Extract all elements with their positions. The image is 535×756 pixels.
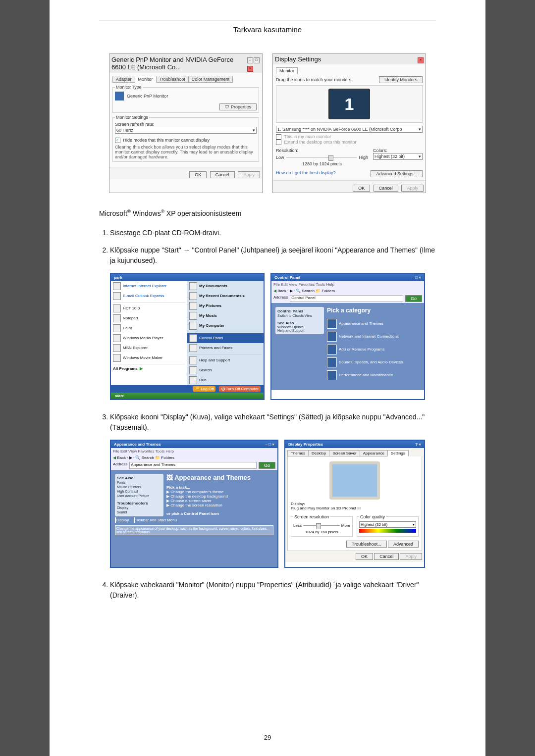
cat-add-remove[interactable]: Add or Remove Programs — [327, 345, 420, 354]
refresh-rate-select[interactable]: 60 Hertz▾ — [115, 127, 257, 134]
cat-perf[interactable]: Performance and Maintenance — [327, 370, 420, 380]
run-icon — [189, 376, 197, 384]
folder-icon — [189, 292, 197, 300]
start-button[interactable]: start — [111, 393, 264, 399]
start-item-wmp[interactable]: Windows Media Player — [111, 333, 187, 343]
ok-button[interactable]: OK — [353, 185, 370, 192]
start-item-paint[interactable]: Paint — [111, 323, 187, 333]
colors-label: Colors: — [373, 148, 423, 153]
cat-sounds[interactable]: Sounds, Speech, and Audio Devices — [327, 357, 420, 367]
page-header: Tarkvara kasutamine — [99, 25, 436, 34]
start-all-programs[interactable]: All Programs ▶ — [111, 365, 187, 372]
folder-icon — [189, 312, 197, 320]
tab-monitor[interactable]: Monitor — [135, 76, 157, 83]
ie-icon — [113, 282, 121, 290]
taskbar-cpl-icon[interactable]: Taskbar and Start Menu — [134, 518, 177, 522]
tab-troubleshoot[interactable]: Troubleshoot — [156, 76, 189, 83]
turn-off-button[interactable]: ⏻ Turn Off Computer — [219, 386, 261, 392]
display-label: Display: — [291, 502, 305, 506]
colors-select[interactable]: Highest (32 bit)▾ — [373, 153, 423, 160]
properties-button[interactable]: 🛡 Properties — [219, 103, 257, 110]
color-bar — [359, 529, 416, 533]
my-computer[interactable]: My Computer — [187, 321, 264, 331]
log-off-button[interactable]: 🔑 Log Off — [193, 386, 215, 392]
start-item-notepad[interactable]: Notepad — [111, 313, 187, 323]
tab-themes[interactable]: Themes — [287, 450, 309, 456]
start-item-hct[interactable]: HCT 10.0 — [111, 303, 187, 313]
hide-modes-desc: Clearing this check box allows you to se… — [115, 145, 257, 159]
start-item-email[interactable]: E-mail Outlook Express — [111, 291, 187, 301]
appearance-icon — [327, 319, 337, 329]
tooltip: Change the appearance of your desktop, s… — [115, 525, 273, 535]
search-item[interactable]: Search — [187, 365, 264, 375]
apply-button[interactable]: Apply — [238, 171, 260, 178]
my-music[interactable]: My Music — [187, 311, 264, 321]
screenshot-display-settings: Display Settings × Monitor Drag the icon… — [272, 53, 426, 193]
cat-appearance-themes[interactable]: Appearance and Themes — [327, 319, 420, 329]
search-icon — [189, 366, 197, 374]
resolution-value: 1280 by 1024 pixels — [276, 161, 368, 166]
color-quality-select[interactable]: Highest (32 bit)▾ — [359, 521, 416, 528]
resolution-slider[interactable] — [286, 157, 357, 157]
advanced-settings-button[interactable]: Advanced Settings... — [371, 170, 423, 177]
advanced-button[interactable]: Advanced — [388, 541, 419, 548]
page-number: 29 — [50, 734, 485, 741]
cancel-button[interactable]: Cancel — [374, 553, 399, 560]
troubleshoot-button[interactable]: Troubleshoot... — [346, 541, 387, 548]
run-item[interactable]: Run... — [187, 375, 264, 385]
hide-modes-label: Hide modes that this monitor cannot disp… — [123, 138, 210, 143]
tab-monitor[interactable]: Monitor — [276, 67, 298, 74]
steps-list: Sisestage CD-plaat CD-ROM-draivi. Klõpsa… — [99, 228, 436, 266]
address-bar[interactable]: Control Panel — [290, 295, 403, 302]
window-title: Appearance and Themes — [114, 442, 161, 447]
apply-button[interactable]: Apply — [400, 553, 422, 560]
screenshot-control-panel: Control Panel– □ × File Edit View Favori… — [270, 273, 425, 400]
back-icon[interactable]: ◀ — [273, 289, 276, 293]
device-select[interactable]: 1. Samsung **** on NVIDIA GeForce 6600 L… — [276, 126, 423, 133]
close-icon[interactable]: × — [418, 57, 424, 63]
hide-modes-checkbox[interactable]: ✓ — [115, 138, 120, 143]
my-pictures[interactable]: My Pictures — [187, 301, 264, 311]
window-title: Control Panel — [274, 275, 300, 280]
main-monitor-label: This is my main monitor — [284, 134, 331, 139]
folder-icon — [189, 282, 197, 290]
ok-button[interactable]: OK — [189, 171, 207, 178]
close-icon[interactable]: × — [247, 66, 253, 72]
identify-monitors-button[interactable]: Identify Monitors — [379, 76, 423, 83]
screenshot-monitor-properties: Generic PnP Monitor and NVIDIA GeForce 6… — [109, 53, 263, 193]
my-recent-documents[interactable]: My Recent Documents ▸ — [187, 291, 264, 301]
apply-button[interactable]: Apply — [401, 185, 424, 192]
tab-desktop[interactable]: Desktop — [308, 450, 329, 456]
tab-screensaver[interactable]: Screen Saver — [329, 450, 360, 456]
start-item-internet[interactable]: Internet Internet Explorer — [111, 281, 187, 291]
tab-adapter[interactable]: Adapter — [112, 76, 135, 83]
group-monitor-settings: Monitor Settings — [115, 115, 149, 120]
best-display-link[interactable]: How do I get the best display? — [276, 170, 336, 177]
start-item-msn[interactable]: MSN Explorer — [111, 343, 187, 353]
display-cpl-icon[interactable]: Display — [115, 518, 129, 522]
group-monitor-type: Monitor Type — [115, 85, 143, 90]
start-item-moviemaker[interactable]: Windows Movie Maker — [111, 353, 187, 363]
monitor-1-icon[interactable]: 1 — [328, 89, 370, 119]
help-support[interactable]: Help and Support — [187, 355, 264, 365]
tab-appearance[interactable]: Appearance — [360, 450, 388, 456]
my-documents[interactable]: My Documents — [187, 281, 264, 291]
cancel-button[interactable]: Cancel — [210, 171, 235, 178]
screenshot-start-menu: park Internet Internet Explorer E-mail O… — [110, 273, 265, 400]
control-panel-item[interactable]: Control Panel — [187, 333, 264, 343]
go-button[interactable]: Go — [405, 295, 422, 302]
dialog-title: Display Properties — [288, 442, 323, 447]
cancel-button[interactable]: Cancel — [374, 185, 398, 192]
printers-faxes[interactable]: Printers and Faxes — [187, 343, 264, 353]
tab-settings[interactable]: Settings — [387, 450, 409, 456]
step-3: Klõpsake ikooni "Display" (Kuva), valige… — [110, 412, 436, 433]
os-heading: Microsoft® Windows® XP operatsioonisüste… — [99, 208, 436, 219]
step-2: Klõpsake nuppe "Start" → "Control Panel"… — [110, 245, 436, 266]
tab-color-mgmt[interactable]: Color Management — [188, 76, 233, 83]
ok-button[interactable]: OK — [356, 553, 373, 560]
cat-network[interactable]: Network and Internet Connections — [327, 332, 420, 342]
dialog-title: Generic PnP Monitor and NVIDIA GeForce 6… — [111, 56, 247, 71]
cp-side-panel: Control Panel Switch to Classic View See… — [275, 307, 324, 334]
resolution-slider[interactable] — [303, 525, 340, 526]
refresh-rate-label: Screen refresh rate: — [115, 122, 257, 127]
